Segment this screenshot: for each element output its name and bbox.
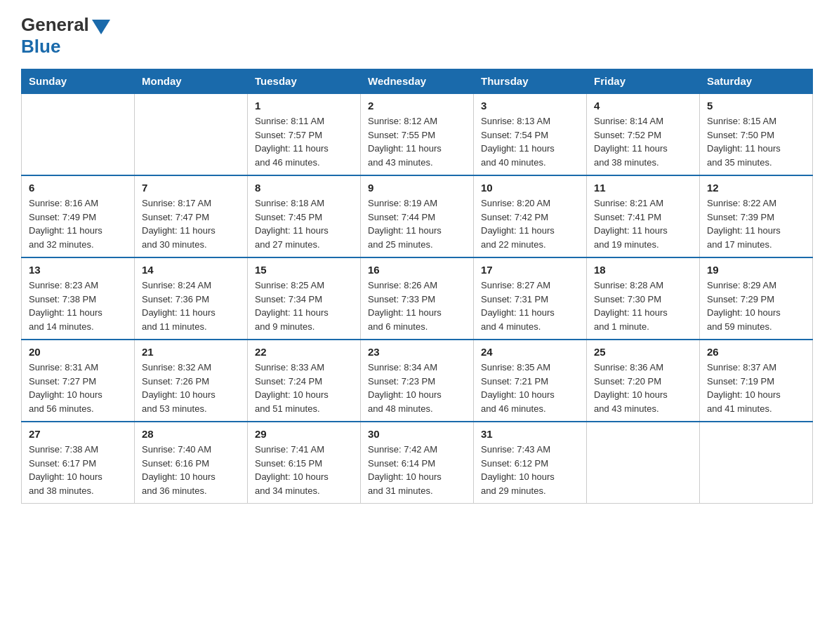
day-number: 5	[707, 100, 805, 112]
day-number: 14	[142, 264, 240, 276]
calendar-cell: 25Sunrise: 8:36 AM Sunset: 7:20 PM Dayli…	[587, 340, 700, 422]
column-header-friday: Friday	[587, 69, 700, 94]
calendar-cell: 3Sunrise: 8:13 AM Sunset: 7:54 PM Daylig…	[474, 93, 587, 175]
day-number: 16	[368, 264, 466, 276]
day-info: Sunrise: 7:42 AM Sunset: 6:14 PM Dayligh…	[368, 443, 466, 497]
day-number: 21	[142, 346, 240, 358]
day-info: Sunrise: 8:23 AM Sunset: 7:38 PM Dayligh…	[29, 279, 127, 333]
day-number: 29	[255, 428, 353, 440]
day-number: 12	[707, 182, 805, 194]
page-header: GeneralBlue	[21, 14, 813, 58]
calendar-week-row: 6Sunrise: 8:16 AM Sunset: 7:49 PM Daylig…	[22, 175, 813, 257]
calendar-cell: 16Sunrise: 8:26 AM Sunset: 7:33 PM Dayli…	[361, 257, 474, 340]
day-number: 18	[594, 264, 692, 276]
day-number: 24	[481, 346, 579, 358]
logo: GeneralBlue	[21, 14, 110, 58]
day-number: 13	[29, 264, 127, 276]
calendar-cell: 6Sunrise: 8:16 AM Sunset: 7:49 PM Daylig…	[22, 175, 135, 257]
calendar-cell: 31Sunrise: 7:43 AM Sunset: 6:12 PM Dayli…	[474, 422, 587, 504]
day-info: Sunrise: 8:33 AM Sunset: 7:24 PM Dayligh…	[255, 361, 353, 415]
day-info: Sunrise: 8:34 AM Sunset: 7:23 PM Dayligh…	[368, 361, 466, 415]
day-number: 6	[29, 182, 127, 194]
day-number: 15	[255, 264, 353, 276]
day-number: 3	[481, 100, 579, 112]
day-number: 19	[707, 264, 805, 276]
day-info: Sunrise: 8:32 AM Sunset: 7:26 PM Dayligh…	[142, 361, 240, 415]
day-info: Sunrise: 7:43 AM Sunset: 6:12 PM Dayligh…	[481, 443, 579, 497]
calendar-cell: 15Sunrise: 8:25 AM Sunset: 7:34 PM Dayli…	[248, 257, 361, 340]
day-number: 10	[481, 182, 579, 194]
day-number: 31	[481, 428, 579, 440]
day-number: 8	[255, 182, 353, 194]
column-header-tuesday: Tuesday	[248, 69, 361, 94]
calendar-cell: 14Sunrise: 8:24 AM Sunset: 7:36 PM Dayli…	[135, 257, 248, 340]
day-info: Sunrise: 8:16 AM Sunset: 7:49 PM Dayligh…	[29, 196, 127, 251]
calendar-week-row: 1Sunrise: 8:11 AM Sunset: 7:57 PM Daylig…	[22, 93, 813, 175]
calendar-cell: 12Sunrise: 8:22 AM Sunset: 7:39 PM Dayli…	[700, 175, 813, 257]
calendar-cell: 27Sunrise: 7:38 AM Sunset: 6:17 PM Dayli…	[22, 422, 135, 504]
day-info: Sunrise: 8:37 AM Sunset: 7:19 PM Dayligh…	[707, 361, 805, 415]
calendar-cell	[700, 422, 813, 504]
day-info: Sunrise: 8:28 AM Sunset: 7:30 PM Dayligh…	[594, 279, 692, 333]
day-number: 9	[368, 182, 466, 194]
day-info: Sunrise: 8:21 AM Sunset: 7:41 PM Dayligh…	[594, 196, 692, 251]
calendar-cell: 9Sunrise: 8:19 AM Sunset: 7:44 PM Daylig…	[361, 175, 474, 257]
calendar-cell: 18Sunrise: 8:28 AM Sunset: 7:30 PM Dayli…	[587, 257, 700, 340]
day-info: Sunrise: 8:29 AM Sunset: 7:29 PM Dayligh…	[707, 279, 805, 333]
day-info: Sunrise: 8:18 AM Sunset: 7:45 PM Dayligh…	[255, 196, 353, 251]
calendar-cell: 29Sunrise: 7:41 AM Sunset: 6:15 PM Dayli…	[248, 422, 361, 504]
day-info: Sunrise: 8:19 AM Sunset: 7:44 PM Dayligh…	[368, 196, 466, 251]
day-info: Sunrise: 8:11 AM Sunset: 7:57 PM Dayligh…	[255, 114, 353, 169]
day-info: Sunrise: 8:27 AM Sunset: 7:31 PM Dayligh…	[481, 279, 579, 333]
calendar-cell: 17Sunrise: 8:27 AM Sunset: 7:31 PM Dayli…	[474, 257, 587, 340]
calendar-header-row: SundayMondayTuesdayWednesdayThursdayFrid…	[22, 69, 813, 94]
column-header-sunday: Sunday	[22, 69, 135, 94]
calendar-cell: 13Sunrise: 8:23 AM Sunset: 7:38 PM Dayli…	[22, 257, 135, 340]
day-info: Sunrise: 8:31 AM Sunset: 7:27 PM Dayligh…	[29, 361, 127, 415]
calendar-cell: 24Sunrise: 8:35 AM Sunset: 7:21 PM Dayli…	[474, 340, 587, 422]
calendar-cell	[22, 93, 135, 175]
calendar-cell: 11Sunrise: 8:21 AM Sunset: 7:41 PM Dayli…	[587, 175, 700, 257]
calendar-cell: 26Sunrise: 8:37 AM Sunset: 7:19 PM Dayli…	[700, 340, 813, 422]
calendar-cell: 10Sunrise: 8:20 AM Sunset: 7:42 PM Dayli…	[474, 175, 587, 257]
day-number: 28	[142, 428, 240, 440]
day-info: Sunrise: 8:20 AM Sunset: 7:42 PM Dayligh…	[481, 196, 579, 251]
day-number: 30	[368, 428, 466, 440]
logo-triangle-icon	[92, 20, 110, 34]
day-info: Sunrise: 8:22 AM Sunset: 7:39 PM Dayligh…	[707, 196, 805, 251]
calendar-cell: 30Sunrise: 7:42 AM Sunset: 6:14 PM Dayli…	[361, 422, 474, 504]
calendar-cell: 4Sunrise: 8:14 AM Sunset: 7:52 PM Daylig…	[587, 93, 700, 175]
logo-general-text: General	[21, 14, 89, 36]
calendar-cell: 20Sunrise: 8:31 AM Sunset: 7:27 PM Dayli…	[22, 340, 135, 422]
day-info: Sunrise: 7:41 AM Sunset: 6:15 PM Dayligh…	[255, 443, 353, 497]
calendar-cell: 19Sunrise: 8:29 AM Sunset: 7:29 PM Dayli…	[700, 257, 813, 340]
logo-blue-text: Blue	[21, 36, 60, 58]
calendar-table: SundayMondayTuesdayWednesdayThursdayFrid…	[21, 69, 813, 504]
day-info: Sunrise: 8:14 AM Sunset: 7:52 PM Dayligh…	[594, 114, 692, 169]
calendar-week-row: 13Sunrise: 8:23 AM Sunset: 7:38 PM Dayli…	[22, 257, 813, 340]
calendar-week-row: 20Sunrise: 8:31 AM Sunset: 7:27 PM Dayli…	[22, 340, 813, 422]
day-number: 4	[594, 100, 692, 112]
day-info: Sunrise: 8:26 AM Sunset: 7:33 PM Dayligh…	[368, 279, 466, 333]
column-header-monday: Monday	[135, 69, 248, 94]
calendar-cell: 7Sunrise: 8:17 AM Sunset: 7:47 PM Daylig…	[135, 175, 248, 257]
column-header-wednesday: Wednesday	[361, 69, 474, 94]
calendar-cell: 22Sunrise: 8:33 AM Sunset: 7:24 PM Dayli…	[248, 340, 361, 422]
day-number: 7	[142, 182, 240, 194]
day-number: 26	[707, 346, 805, 358]
day-info: Sunrise: 8:17 AM Sunset: 7:47 PM Dayligh…	[142, 196, 240, 251]
day-info: Sunrise: 8:36 AM Sunset: 7:20 PM Dayligh…	[594, 361, 692, 415]
column-header-thursday: Thursday	[474, 69, 587, 94]
day-number: 22	[255, 346, 353, 358]
calendar-cell	[587, 422, 700, 504]
day-info: Sunrise: 7:38 AM Sunset: 6:17 PM Dayligh…	[29, 443, 127, 497]
calendar-cell: 21Sunrise: 8:32 AM Sunset: 7:26 PM Dayli…	[135, 340, 248, 422]
day-number: 25	[594, 346, 692, 358]
day-number: 11	[594, 182, 692, 194]
day-info: Sunrise: 8:24 AM Sunset: 7:36 PM Dayligh…	[142, 279, 240, 333]
day-number: 23	[368, 346, 466, 358]
day-number: 17	[481, 264, 579, 276]
day-number: 27	[29, 428, 127, 440]
column-header-saturday: Saturday	[700, 69, 813, 94]
calendar-cell: 2Sunrise: 8:12 AM Sunset: 7:55 PM Daylig…	[361, 93, 474, 175]
